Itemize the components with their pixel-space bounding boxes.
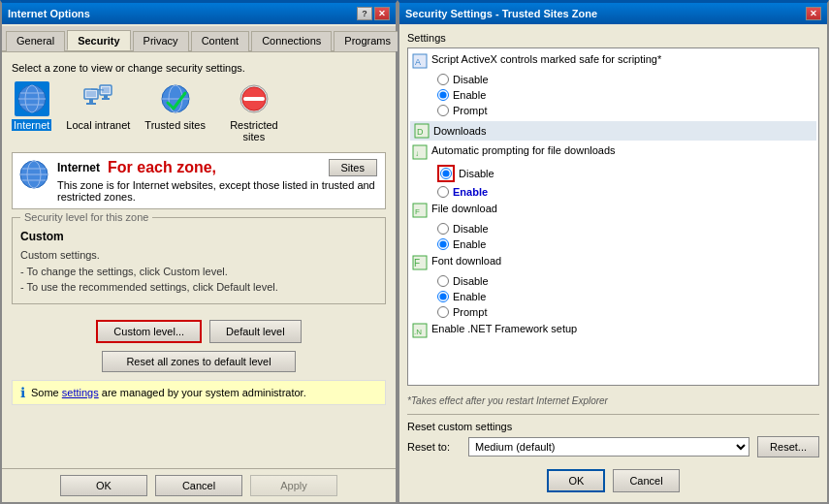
- reset-all-button[interactable]: Reset all zones to default level: [102, 351, 296, 372]
- autoprompt-enable-radio[interactable]: Enable: [437, 184, 816, 200]
- settings-link[interactable]: settings: [62, 387, 99, 398]
- trusted-sites-icon: [158, 81, 193, 116]
- reset-button[interactable]: Reset...: [757, 436, 819, 457]
- autoprompt-enable-input[interactable]: [437, 186, 449, 198]
- filedown-enable-input[interactable]: [437, 238, 449, 250]
- close-button[interactable]: ✕: [374, 7, 390, 20]
- tab-security[interactable]: Security: [67, 30, 130, 50]
- activex-label: Script ActiveX controls marked safe for …: [431, 53, 661, 65]
- highlighted-radio-border: [437, 165, 455, 182]
- ok-button[interactable]: OK: [60, 475, 147, 496]
- autoprompt-enable-label: Enable: [453, 186, 488, 198]
- tab-connections[interactable]: Connections: [251, 31, 332, 51]
- activex-enable-input[interactable]: [437, 89, 449, 101]
- svg-rect-12: [102, 98, 110, 100]
- zone-name: Internet: [57, 161, 100, 174]
- settings-label: Settings: [407, 32, 819, 44]
- zone-restricted-sites[interactable]: Restricted sites: [220, 81, 288, 142]
- reset-all-row: Reset all zones to default level: [12, 351, 386, 372]
- info-icon: ℹ: [20, 385, 25, 400]
- activex-disable-label: Disable: [453, 74, 489, 85]
- zone-internet[interactable]: Internet: [12, 81, 51, 142]
- fontdown-enable-label: Enable: [453, 291, 486, 302]
- activex-prompt-input[interactable]: [437, 105, 449, 116]
- filedown-enable-radio[interactable]: Enable: [437, 236, 816, 252]
- fontdown-prompt-radio[interactable]: Prompt: [437, 304, 816, 320]
- activex-enable-label: Enable: [453, 89, 486, 101]
- file-download-category: F File download: [410, 200, 816, 221]
- security-level-desc: Custom settings. - To change the setting…: [20, 247, 377, 296]
- zone-desc-paragraph: This zone is for Internet websites, exce…: [57, 179, 379, 203]
- fontdown-disable-radio[interactable]: Disable: [437, 273, 816, 289]
- tab-privacy[interactable]: Privacy: [133, 31, 189, 51]
- internet-options-title: Internet Options: [8, 8, 90, 19]
- activex-disable-input[interactable]: [437, 74, 449, 85]
- file-download-icon: F: [412, 203, 428, 218]
- filedown-disable-input[interactable]: [437, 223, 449, 235]
- local-intranet-icon: [80, 81, 115, 116]
- filedown-disable-label: Disable: [453, 223, 489, 235]
- autoprompt-disable-input[interactable]: [440, 168, 452, 179]
- dialog-footer: OK Cancel Apply: [2, 468, 396, 502]
- net-framework-label: Enable .NET Framework setup: [431, 323, 577, 334]
- reset-dropdown[interactable]: Low Medium-low Medium (default) Medium-h…: [468, 437, 749, 457]
- activex-disable-radio[interactable]: Disable: [437, 72, 816, 87]
- security-settings-titlebar: Security Settings - Trusted Sites Zone ✕: [399, 3, 827, 24]
- sec-close-button[interactable]: ✕: [806, 7, 821, 20]
- fontdown-prompt-input[interactable]: [437, 306, 449, 318]
- svg-rect-7: [89, 99, 93, 103]
- apply-button[interactable]: Apply: [250, 475, 337, 496]
- zone-trusted-sites[interactable]: Trusted sites: [144, 81, 206, 142]
- reset-row: Reset to: Low Medium-low Medium (default…: [407, 436, 819, 457]
- settings-list[interactable]: A Script ActiveX controls marked safe fo…: [407, 47, 819, 386]
- zone-desc-icon: [18, 159, 49, 190]
- svg-text:F: F: [414, 258, 420, 268]
- svg-text:D: D: [417, 127, 424, 137]
- font-download-category: F Font download: [410, 252, 816, 273]
- dialog-body: Select a zone to view or change security…: [2, 52, 396, 468]
- svg-rect-6: [86, 91, 96, 97]
- activex-prompt-label: Prompt: [453, 105, 487, 116]
- trusted-sites-label: Trusted sites: [144, 119, 206, 131]
- autoprompt-disable-radio[interactable]: Disable: [437, 163, 816, 184]
- fontdown-disable-input[interactable]: [437, 275, 449, 287]
- security-level-title: Custom: [20, 230, 377, 243]
- reset-to-label: Reset to:: [407, 441, 461, 453]
- activex-prompt-radio[interactable]: Prompt: [437, 103, 816, 118]
- zone-local-intranet[interactable]: Local intranet: [66, 81, 130, 142]
- file-download-label: File download: [431, 203, 497, 214]
- svg-text:F: F: [415, 207, 420, 216]
- auto-prompt-category: ↓ Automatic prompting for file downloads: [410, 142, 816, 163]
- net-framework-category: .N Enable .NET Framework setup: [410, 320, 816, 341]
- security-level-group: Security level for this zone Custom Cust…: [12, 217, 386, 304]
- autoprompt-disable-label: Disable: [459, 168, 494, 179]
- sites-button[interactable]: Sites: [329, 159, 377, 176]
- default-level-button[interactable]: Default level: [209, 320, 302, 343]
- reset-section: Reset custom settings Reset to: Low Medi…: [407, 414, 819, 463]
- activex-enable-radio[interactable]: Enable: [437, 87, 816, 103]
- sec-cancel-button[interactable]: Cancel: [613, 469, 679, 492]
- downloads-section: D Downloads: [410, 121, 816, 141]
- internet-options-titlebar: Internet Options ? ✕: [2, 3, 396, 24]
- help-button[interactable]: ?: [357, 7, 372, 20]
- sec-body: Settings A Script ActiveX controls marke…: [399, 24, 827, 502]
- filedown-disable-radio[interactable]: Disable: [437, 221, 816, 236]
- tab-programs[interactable]: Programs: [334, 31, 401, 51]
- downloads-label: Downloads: [433, 125, 486, 137]
- fontdown-enable-input[interactable]: [437, 291, 449, 302]
- zone-description: Internet For each zone, This zone is for…: [12, 152, 386, 209]
- svg-text:↓: ↓: [415, 149, 419, 158]
- security-level-content: Custom Custom settings. - To change the …: [20, 230, 377, 296]
- tab-content[interactable]: Content: [191, 31, 250, 51]
- cancel-button[interactable]: Cancel: [155, 475, 242, 496]
- fontdown-enable-radio[interactable]: Enable: [437, 289, 816, 304]
- fontdown-disable-label: Disable: [453, 275, 489, 287]
- custom-level-button[interactable]: Custom level...: [96, 320, 202, 343]
- zone-icons: Internet Local: [12, 81, 386, 142]
- local-intranet-label: Local intranet: [66, 119, 130, 131]
- tab-general[interactable]: General: [6, 31, 65, 51]
- zone-instruction: Select a zone to view or change security…: [12, 62, 386, 74]
- sec-ok-button[interactable]: OK: [547, 469, 605, 492]
- fontdown-prompt-label: Prompt: [453, 306, 487, 318]
- restricted-sites-label: Restricted sites: [220, 119, 288, 142]
